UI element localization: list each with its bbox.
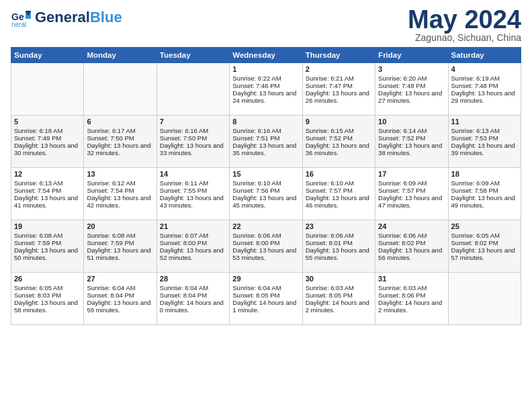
calendar-cell: 20Sunrise: 6:08 AMSunset: 7:59 PMDayligh… [84, 220, 157, 273]
sunrise-text: Sunrise: 6:05 AM [14, 284, 81, 291]
day-number: 13 [87, 170, 153, 178]
sunset-text: Sunset: 7:46 PM [232, 82, 299, 89]
daylight-text: Daylight: 13 hours and 29 minutes. [451, 89, 518, 104]
day-number: 28 [160, 275, 226, 283]
sunset-text: Sunset: 8:02 PM [451, 239, 518, 246]
daylight-text: Daylight: 13 hours and 38 minutes. [378, 142, 445, 156]
location: Zagunao, Sichuan, China [408, 32, 521, 43]
daylight-text: Daylight: 13 hours and 43 minutes. [160, 194, 226, 209]
sunset-text: Sunset: 7:50 PM [87, 134, 153, 142]
calendar-cell: 23Sunrise: 6:06 AMSunset: 8:01 PMDayligh… [302, 220, 375, 273]
daylight-text: Daylight: 13 hours and 42 minutes. [87, 194, 153, 209]
sunrise-text: Sunrise: 6:06 AM [378, 232, 445, 239]
calendar-week-row: 1Sunrise: 6:22 AMSunset: 7:46 PMDaylight… [11, 63, 521, 116]
calendar-cell: 6Sunrise: 6:17 AMSunset: 7:50 PMDaylight… [84, 116, 157, 168]
sunrise-text: Sunrise: 6:03 AM [306, 284, 372, 291]
sunrise-text: Sunrise: 6:14 AM [378, 127, 445, 134]
daylight-text: Daylight: 13 hours and 35 minutes. [232, 142, 299, 156]
sunset-text: Sunset: 8:06 PM [378, 291, 445, 299]
sunrise-text: Sunrise: 6:16 AM [232, 127, 299, 134]
day-number: 5 [14, 118, 81, 126]
sunset-text: Sunset: 8:01 PM [306, 239, 372, 246]
calendar-cell: 19Sunrise: 6:08 AMSunset: 7:59 PMDayligh… [11, 220, 84, 273]
logo-icon: Ge neral [11, 7, 32, 28]
daylight-text: Daylight: 13 hours and 30 minutes. [14, 142, 81, 156]
daylight-text: Daylight: 13 hours and 41 minutes. [14, 194, 81, 209]
sunset-text: Sunset: 7:58 PM [451, 187, 518, 194]
weekday-header-row: Sunday Monday Tuesday Wednesday Thursday… [11, 48, 521, 63]
header-thursday: Thursday [302, 48, 375, 63]
day-number: 3 [378, 65, 445, 73]
sunset-text: Sunset: 7:48 PM [378, 82, 445, 89]
calendar-cell: 10Sunrise: 6:14 AMSunset: 7:52 PMDayligh… [375, 116, 448, 168]
sunset-text: Sunset: 7:59 PM [87, 239, 153, 246]
daylight-text: Daylight: 13 hours and 50 minutes. [14, 246, 81, 261]
sunrise-text: Sunrise: 6:06 AM [232, 232, 299, 239]
calendar-cell: 8Sunrise: 6:16 AMSunset: 7:51 PMDaylight… [230, 116, 302, 168]
page: Ge neral GeneralBlue May 2024 Zagunao, S… [0, 0, 532, 332]
daylight-text: Daylight: 13 hours and 24 minutes. [232, 89, 299, 104]
sunrise-text: Sunrise: 6:17 AM [87, 127, 153, 134]
calendar-week-row: 12Sunrise: 6:13 AMSunset: 7:54 PMDayligh… [11, 168, 521, 220]
header-sunday: Sunday [11, 48, 84, 63]
sunrise-text: Sunrise: 6:07 AM [160, 232, 226, 239]
calendar-cell: 30Sunrise: 6:03 AMSunset: 8:05 PMDayligh… [302, 273, 375, 325]
daylight-text: Daylight: 13 hours and 47 minutes. [378, 194, 445, 209]
calendar-cell: 28Sunrise: 6:04 AMSunset: 8:04 PMDayligh… [157, 273, 229, 325]
day-number: 15 [232, 170, 299, 178]
sunrise-text: Sunrise: 6:19 AM [451, 75, 518, 82]
day-number: 17 [378, 170, 445, 178]
sunset-text: Sunset: 7:52 PM [378, 134, 445, 142]
day-number: 7 [160, 118, 226, 126]
sunset-text: Sunset: 8:05 PM [306, 291, 372, 299]
daylight-text: Daylight: 13 hours and 27 minutes. [378, 89, 445, 104]
sunrise-text: Sunrise: 6:09 AM [378, 179, 445, 187]
day-number: 30 [306, 275, 372, 283]
daylight-text: Daylight: 13 hours and 36 minutes. [306, 142, 372, 156]
day-number: 27 [87, 275, 153, 283]
day-number: 11 [451, 118, 518, 126]
sunrise-text: Sunrise: 6:11 AM [160, 179, 226, 187]
sunset-text: Sunset: 8:05 PM [232, 291, 299, 299]
sunset-text: Sunset: 7:47 PM [306, 82, 372, 89]
day-number: 12 [14, 170, 81, 178]
calendar-cell: 4Sunrise: 6:19 AMSunset: 7:48 PMDaylight… [448, 63, 521, 116]
daylight-text: Daylight: 13 hours and 39 minutes. [451, 142, 518, 156]
calendar-cell: 11Sunrise: 6:13 AMSunset: 7:53 PMDayligh… [448, 116, 521, 168]
month-title: May 2024 [408, 7, 521, 32]
day-number: 6 [87, 118, 153, 126]
calendar-cell [448, 273, 521, 325]
sunrise-text: Sunrise: 6:06 AM [306, 232, 372, 239]
sunset-text: Sunset: 7:57 PM [306, 187, 372, 194]
sunset-text: Sunset: 7:54 PM [14, 187, 81, 194]
sunset-text: Sunset: 8:02 PM [378, 239, 445, 246]
header-friday: Friday [375, 48, 448, 63]
sunrise-text: Sunrise: 6:21 AM [306, 75, 372, 82]
calendar-cell: 7Sunrise: 6:16 AMSunset: 7:50 PMDaylight… [157, 116, 229, 168]
calendar-cell: 13Sunrise: 6:12 AMSunset: 7:54 PMDayligh… [84, 168, 157, 220]
calendar-cell: 16Sunrise: 6:10 AMSunset: 7:57 PMDayligh… [302, 168, 375, 220]
calendar-cell: 17Sunrise: 6:09 AMSunset: 7:57 PMDayligh… [375, 168, 448, 220]
header-wednesday: Wednesday [230, 48, 302, 63]
calendar-cell: 31Sunrise: 6:03 AMSunset: 8:06 PMDayligh… [375, 273, 448, 325]
calendar-cell: 29Sunrise: 6:04 AMSunset: 8:05 PMDayligh… [230, 273, 302, 325]
sunset-text: Sunset: 8:00 PM [160, 239, 226, 246]
calendar-cell: 25Sunrise: 6:05 AMSunset: 8:02 PMDayligh… [448, 220, 521, 273]
daylight-text: Daylight: 13 hours and 58 minutes. [14, 299, 81, 314]
header: Ge neral GeneralBlue May 2024 Zagunao, S… [11, 7, 521, 43]
daylight-text: Daylight: 13 hours and 52 minutes. [160, 246, 226, 261]
calendar-cell: 18Sunrise: 6:09 AMSunset: 7:58 PMDayligh… [448, 168, 521, 220]
sunrise-text: Sunrise: 6:16 AM [160, 127, 226, 134]
day-number: 23 [306, 222, 372, 230]
sunrise-text: Sunrise: 6:18 AM [14, 127, 81, 134]
day-number: 20 [87, 222, 153, 230]
day-number: 25 [451, 222, 518, 230]
sunset-text: Sunset: 8:04 PM [160, 291, 226, 299]
day-number: 21 [160, 222, 226, 230]
sunrise-text: Sunrise: 6:13 AM [14, 179, 81, 187]
sunrise-text: Sunrise: 6:04 AM [232, 284, 299, 291]
calendar-cell: 24Sunrise: 6:06 AMSunset: 8:02 PMDayligh… [375, 220, 448, 273]
sunrise-text: Sunrise: 6:04 AM [87, 284, 153, 291]
calendar-cell [157, 63, 229, 116]
sunrise-text: Sunrise: 6:08 AM [14, 232, 81, 239]
